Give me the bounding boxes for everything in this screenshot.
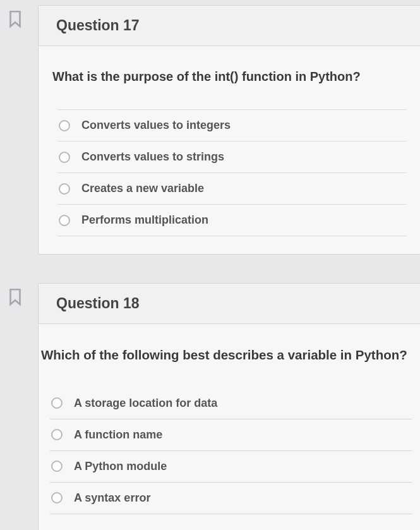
radio-icon[interactable] bbox=[51, 397, 63, 409]
option-row[interactable]: Creates a new variable bbox=[57, 173, 407, 205]
option-row[interactable]: Converts values to integers bbox=[57, 109, 407, 142]
radio-icon[interactable] bbox=[51, 461, 63, 472]
question-body: Which of the following best describes a … bbox=[39, 324, 420, 530]
options-list: Converts values to integers Converts val… bbox=[52, 109, 407, 236]
bookmark-icon[interactable] bbox=[7, 9, 23, 28]
bookmark-icon[interactable] bbox=[7, 287, 23, 306]
option-row[interactable]: Performs multiplication bbox=[57, 205, 407, 236]
option-label: A storage location for data bbox=[74, 397, 217, 410]
question-block-17: Question 17 What is the purpose of the i… bbox=[38, 5, 420, 255]
option-row[interactable]: A function name bbox=[50, 419, 412, 451]
question-body: What is the purpose of the int() functio… bbox=[39, 46, 420, 254]
option-row[interactable]: A Python module bbox=[50, 451, 412, 483]
option-label: A syntax error bbox=[74, 491, 150, 505]
radio-icon[interactable] bbox=[59, 120, 70, 131]
option-label: Converts values to strings bbox=[81, 150, 224, 164]
option-label: Performs multiplication bbox=[81, 214, 208, 227]
option-row[interactable]: Converts values to strings bbox=[57, 142, 407, 173]
radio-icon[interactable] bbox=[59, 183, 70, 195]
question-title: Question 17 bbox=[39, 6, 420, 46]
option-label: A Python module bbox=[74, 460, 167, 473]
option-label: Converts values to integers bbox=[81, 119, 231, 132]
question-block-18: Question 18 Which of the following best … bbox=[38, 283, 420, 530]
option-row[interactable]: A syntax error bbox=[50, 483, 412, 514]
option-label: A function name bbox=[74, 428, 162, 442]
page-content: Question 17 What is the purpose of the i… bbox=[0, 0, 420, 530]
question-prompt: Which of the following best describes a … bbox=[41, 346, 412, 364]
question-prompt: What is the purpose of the int() functio… bbox=[52, 68, 407, 85]
options-list: A storage location for data A function n… bbox=[47, 388, 412, 514]
radio-icon[interactable] bbox=[51, 492, 63, 503]
radio-icon[interactable] bbox=[51, 429, 63, 440]
option-row[interactable]: A storage location for data bbox=[50, 388, 412, 419]
radio-icon[interactable] bbox=[59, 152, 70, 163]
radio-icon[interactable] bbox=[59, 215, 70, 226]
option-label: Creates a new variable bbox=[81, 182, 204, 195]
question-title: Question 18 bbox=[39, 284, 420, 324]
